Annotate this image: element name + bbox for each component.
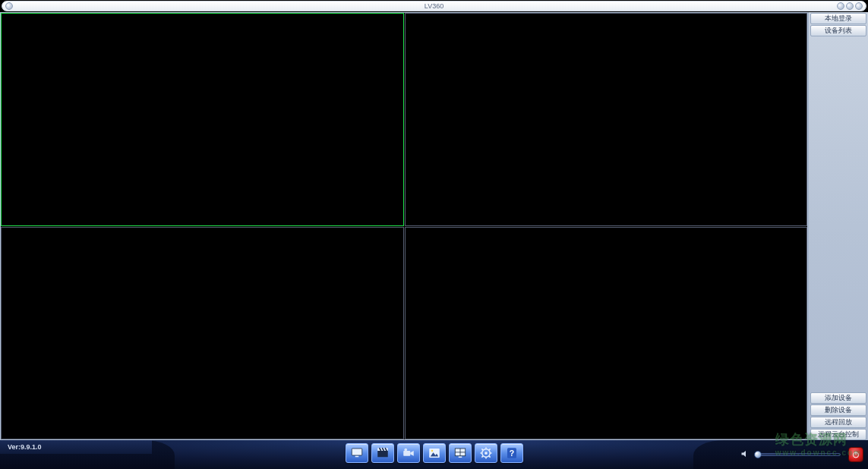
gear-icon — [479, 446, 493, 460]
svg-rect-7 — [403, 451, 410, 456]
remove-device-button[interactable]: 删除设备 — [810, 404, 866, 416]
minimize-button[interactable] — [837, 2, 844, 10]
remote-ptz-button[interactable]: 远程云台控制 — [810, 429, 866, 440]
svg-marker-29 — [742, 451, 746, 457]
svg-rect-16 — [458, 457, 462, 458]
video-cell-4[interactable] — [405, 227, 808, 440]
svg-line-25 — [488, 449, 490, 450]
snapshot-button[interactable] — [423, 443, 446, 463]
picture-icon — [428, 446, 441, 460]
power-button[interactable] — [848, 447, 863, 462]
camera-button[interactable] — [397, 443, 420, 463]
camcorder-icon — [402, 446, 415, 460]
help-button[interactable]: ? — [500, 443, 523, 463]
bottom-toolbar: ? — [346, 443, 523, 463]
settings-button[interactable] — [475, 443, 497, 463]
svg-line-23 — [481, 449, 483, 450]
add-device-button[interactable]: 添加设备 — [810, 392, 866, 404]
svg-line-26 — [481, 456, 483, 458]
clapper-icon — [376, 446, 390, 460]
volume-icon[interactable] — [740, 449, 750, 460]
side-panel: 本地登录 设备列表 添加设备 删除设备 远程回放 远程云台控制 — [808, 12, 868, 440]
svg-rect-1 — [355, 456, 358, 458]
monitor-icon — [350, 446, 364, 460]
volume-thumb[interactable] — [754, 451, 762, 458]
version-label: Ver: 9.9.1.0 — [0, 440, 152, 454]
version-number: 9.9.1.0 — [21, 443, 42, 451]
video-cell-1[interactable] — [1, 13, 404, 226]
svg-point-12 — [431, 450, 432, 452]
svg-rect-0 — [352, 449, 362, 455]
app-title: LV360 — [2, 2, 866, 10]
close-button[interactable] — [855, 2, 863, 10]
power-icon — [851, 450, 860, 459]
record-button[interactable] — [371, 443, 394, 463]
single-view-button[interactable] — [346, 443, 368, 463]
svg-line-24 — [488, 456, 490, 458]
svg-point-9 — [404, 449, 407, 452]
help-icon: ? — [505, 446, 519, 460]
video-cell-2[interactable] — [405, 13, 808, 226]
local-login-button[interactable]: 本地登录 — [810, 13, 866, 24]
svg-text:?: ? — [509, 449, 513, 458]
svg-rect-2 — [377, 451, 388, 457]
remote-playback-button[interactable]: 远程回放 — [810, 417, 866, 428]
svg-marker-8 — [410, 451, 414, 456]
bottombar: Ver: 9.9.1.0 — [0, 440, 868, 469]
volume-slider[interactable] — [757, 453, 841, 456]
maximize-button[interactable] — [846, 2, 854, 10]
sysmenu-button[interactable] — [5, 2, 13, 10]
svg-point-18 — [485, 452, 488, 455]
device-list-button[interactable]: 设备列表 — [810, 25, 866, 36]
video-cell-3[interactable] — [1, 227, 404, 440]
version-prefix: Ver: — [8, 443, 21, 451]
layout-icon — [453, 446, 467, 460]
multi-view-button[interactable] — [449, 443, 472, 463]
titlebar: LV360 — [2, 1, 866, 11]
video-grid — [0, 12, 808, 440]
